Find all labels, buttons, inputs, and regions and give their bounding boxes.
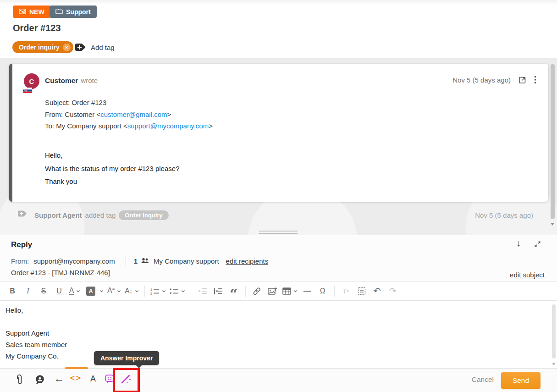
insert-image-button[interactable] [267,284,279,298]
add-tag-label[interactable]: Add tag [91,44,115,51]
kebab-menu-icon[interactable] [534,76,536,84]
thread-scrollbar[interactable] [551,64,555,235]
bold-button[interactable]: B [6,284,18,298]
message-body: Hello, What is the status of my order #1… [45,149,180,188]
scrollbar-thumb[interactable] [552,304,556,359]
slovakia-flag-icon [23,87,32,93]
editor-line [6,316,551,327]
scrollbar-thumb[interactable] [551,64,555,219]
font-family-button[interactable]: A≡ [107,284,121,298]
bullet-list-button[interactable] [170,284,185,298]
toolbar-separator [144,286,145,297]
scroll-down-icon[interactable] [551,223,554,226]
toolbar-separator [191,286,191,297]
redo-button[interactable]: ↷ [387,284,399,298]
undo-button[interactable]: ↶ [371,284,383,298]
envelope-check-icon [19,8,26,16]
reply-action-bar: ← <> A Cancel Send [0,368,557,392]
status-new-button[interactable]: NEW [13,6,50,18]
to-suffix: > [209,122,213,130]
reply-from-row: From: support@mycompany.com 1 My Company… [11,256,268,266]
chevron-down-icon [293,290,298,293]
open-in-new-icon[interactable] [518,76,526,84]
message-meta: Subject: Order #123 From: Customer <cust… [45,97,213,132]
body-line: What is the status of my order #123 plea… [45,162,180,176]
answer-improver-icon[interactable] [120,373,132,385]
message-from: From: Customer <customer@gmail.com> [45,109,213,121]
html-code-icon[interactable]: <> [70,374,82,383]
expand-icon[interactable] [534,240,541,248]
ordered-list-button[interactable]: 12 [150,284,166,298]
from-prefix: From: Customer < [45,110,100,118]
clear-formatting-button[interactable]: T× [340,284,352,298]
blockquote-button[interactable]: “ [228,284,240,298]
event-row: Support Agent added tag Order inquiry No… [0,208,557,222]
insert-reply-icon[interactable]: ← [54,372,64,385]
edit-subject-link[interactable]: edit subject [510,271,545,279]
tag-order-inquiry[interactable]: Order inquiry ✕ [12,41,73,53]
divider [126,256,126,266]
from-label: From: [11,257,29,265]
message-action: wrote [81,77,98,84]
outdent-button[interactable] [197,284,209,298]
font-color-button[interactable]: A [69,284,81,298]
reply-editor[interactable]: Hello, Support Agent Sales team member M… [0,301,557,368]
department-support-label: Support [66,8,91,16]
ticket-detail-page: NEW Support Order #123 Order inquiry ✕ A… [0,0,557,392]
event-timestamp: Nov 5 (5 days ago) [475,211,533,219]
remove-tag-icon[interactable]: ✕ [63,44,71,51]
horizontal-line-button[interactable]: — [301,284,313,298]
edit-recipients-link[interactable]: edit recipients [226,257,269,265]
chevron-down-icon [181,290,185,293]
scroll-down-icon[interactable] [552,363,556,365]
background-color-button[interactable]: A [84,284,104,298]
ticket-header: NEW Support Order #123 Order inquiry ✕ A… [0,0,557,58]
editor-line: Hello, [6,304,551,316]
reply-title: Reply [11,240,32,249]
underline-button[interactable]: U [53,284,65,298]
folder-icon [55,8,63,16]
reply-subject: Order #123 - [TMJ-NRNMZ-446] [11,269,110,276]
toolbar-separator [245,286,246,297]
editor-line: Sales team member [6,339,551,350]
add-tag-icon[interactable] [75,43,87,52]
attach-file-icon[interactable] [15,374,23,386]
indent-button[interactable] [212,284,224,298]
recipients-icon [141,257,149,265]
link-button[interactable] [251,284,263,298]
message-timestamp: Nov 5 (5 days ago) [452,76,511,84]
orange-indicator-bar [65,367,88,369]
message-author: Customer [45,77,78,84]
department-support-button[interactable]: Support [50,6,97,18]
special-character-button[interactable]: Ω [317,284,329,298]
collapse-reply-icon[interactable]: ↓ [516,238,521,248]
reply-panel: Reply ↓ From: support@mycompany.com 1 My… [0,235,557,392]
event-actor: Support Agent [34,211,82,219]
from-email-link[interactable]: customer@gmail.com [100,110,167,118]
to-email-link[interactable]: support@mycompany.com [127,122,209,130]
select-all-button[interactable] [356,284,368,298]
canned-message-icon[interactable] [35,375,45,385]
editor-line: Support Agent [6,327,551,339]
tooltip-text: Answer Improver [100,354,153,362]
message-author-row: Customerwrote [45,77,98,85]
tag-added-icon [17,210,28,219]
cancel-button[interactable]: Cancel [472,375,494,384]
insert-table-button[interactable] [282,284,298,298]
tag-label: Order inquiry [19,44,60,51]
send-button[interactable]: Send [501,372,540,389]
message-card: C Customerwrote Nov 5 (5 days ago) Subje… [9,64,548,202]
font-size-button[interactable]: A↕ [125,284,139,298]
strikethrough-button[interactable]: S [38,284,50,298]
text-format-icon[interactable]: A [90,374,96,384]
italic-button[interactable]: I [22,284,34,298]
editor-scrollbar[interactable] [552,303,556,368]
chevron-down-icon [76,290,80,293]
formatting-toolbar: B I S U A A A≡ A↕ 12 “ — Ω T× ↶ ↷ [0,281,557,301]
chevron-down-icon [162,290,166,293]
chevron-down-icon [117,290,121,293]
emoji-icon[interactable] [105,374,115,384]
event-action: added tag [85,211,116,219]
toolbar-separator [334,286,335,297]
body-line: Thank you [45,175,180,188]
